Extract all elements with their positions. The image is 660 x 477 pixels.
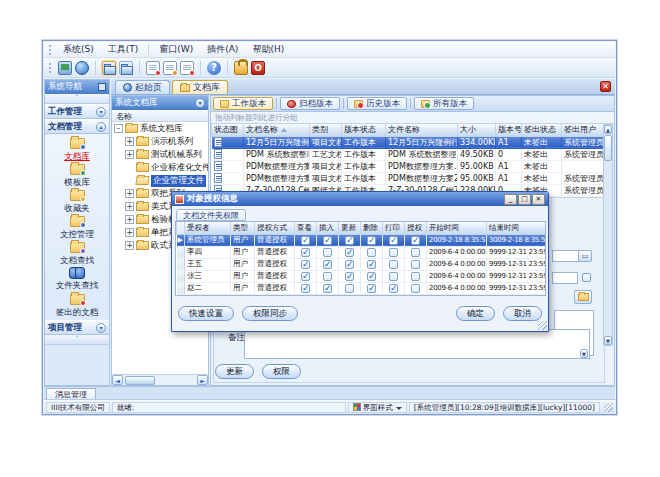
perm-print-checkbox[interactable] bbox=[389, 260, 398, 269]
ok-button[interactable]: 确定 bbox=[456, 306, 495, 321]
perm-delete-checkbox[interactable] bbox=[367, 284, 376, 293]
perm-update-checkbox[interactable] bbox=[345, 236, 354, 245]
sidebar-item-template-library[interactable]: 模板库 bbox=[45, 163, 109, 189]
permission-row[interactable]: 李四用户普通授权 2009-6-4 0:00:009999-12-31 23:5… bbox=[177, 246, 546, 258]
drag-grip[interactable] bbox=[49, 45, 52, 55]
perm-insert-checkbox[interactable] bbox=[323, 272, 332, 281]
cancel-button[interactable]: 取消 bbox=[503, 306, 542, 321]
maximize-icon[interactable]: □ bbox=[518, 194, 531, 205]
menu-tools[interactable]: 工具(T) bbox=[102, 42, 145, 57]
section-document-management[interactable]: 文档管理 ▴ bbox=[45, 119, 109, 134]
vertical-scrollbar[interactable]: ▲ ▼ bbox=[603, 124, 613, 346]
table-row[interactable]: PDM数据整理方案2.doc项目文档工作版本 PDM数据整理方案2.doc95.… bbox=[212, 172, 606, 184]
help-icon[interactable] bbox=[207, 61, 221, 75]
column-header[interactable]: 状态图 bbox=[212, 124, 244, 136]
expand-icon[interactable] bbox=[125, 241, 134, 250]
sidebar-item-favorites[interactable]: 收藏夹 bbox=[45, 189, 109, 215]
table-row-selected[interactable]: 12月5日万兴隆例行...项目文档工作版本 12月5日万兴隆例行...334.0… bbox=[212, 136, 606, 148]
column-header[interactable]: 开始时间 bbox=[427, 222, 487, 234]
sidebar-item-doc-search[interactable]: 文档查找 bbox=[45, 241, 109, 267]
scroll-up-icon[interactable]: ▲ bbox=[604, 125, 612, 134]
column-header-sorted[interactable]: 文档名称 bbox=[244, 124, 310, 136]
expand-icon[interactable] bbox=[125, 189, 134, 198]
tree-node[interactable]: 企业标准化文件 bbox=[112, 161, 208, 174]
column-header[interactable]: 类型 bbox=[231, 222, 255, 234]
perm-view-checkbox[interactable] bbox=[301, 248, 310, 257]
scroll-thumb[interactable] bbox=[604, 135, 612, 161]
column-header[interactable]: 版本状态 bbox=[342, 124, 386, 136]
doc-remove-icon[interactable] bbox=[180, 61, 194, 75]
chevron-down-icon[interactable]: ▾ bbox=[96, 107, 106, 117]
perm-view-checkbox[interactable] bbox=[301, 236, 310, 245]
perm-update-checkbox[interactable] bbox=[345, 260, 354, 269]
permission-button[interactable]: 权限 bbox=[262, 364, 301, 379]
perm-grant-checkbox[interactable] bbox=[411, 272, 420, 281]
expand-icon[interactable] bbox=[125, 150, 134, 159]
perm-view-checkbox[interactable] bbox=[301, 284, 310, 293]
row-selector[interactable] bbox=[177, 258, 185, 270]
update-button[interactable]: 更新 bbox=[215, 364, 254, 379]
column-header[interactable]: 删除 bbox=[361, 222, 383, 234]
tab-all-versions[interactable]: 所有版本 bbox=[414, 97, 474, 110]
permission-row[interactable]: 王五用户普通授权 2009-6-4 0:00:009999-12-31 23:5… bbox=[177, 258, 546, 270]
horizontal-scrollbar[interactable]: ◄ ► bbox=[112, 374, 208, 385]
row-selector[interactable] bbox=[177, 246, 185, 258]
scroll-down-icon[interactable]: ▼ bbox=[580, 349, 588, 358]
detail-field[interactable] bbox=[552, 272, 578, 284]
perm-grant-checkbox[interactable] bbox=[411, 284, 420, 293]
dialog-tab-folder-permissions[interactable]: 文档文件夹权限 bbox=[176, 209, 246, 221]
column-header[interactable]: 文件名称 bbox=[386, 124, 458, 136]
perm-print-checkbox[interactable] bbox=[389, 248, 398, 257]
chevron-down-icon[interactable]: ▾ bbox=[96, 323, 106, 333]
perm-grant-checkbox[interactable] bbox=[411, 260, 420, 269]
perm-insert-checkbox[interactable] bbox=[323, 284, 332, 293]
permission-row[interactable]: 赵二用户普通授权 2009-6-4 0:00:009999-12-31 23:5… bbox=[177, 282, 546, 294]
column-header[interactable]: 类别 bbox=[310, 124, 342, 136]
minimize-icon[interactable]: _ bbox=[504, 194, 517, 205]
sidebar-item-folder-search[interactable]: 文件夹查找 bbox=[45, 267, 109, 293]
scroll-right-icon[interactable]: ► bbox=[197, 375, 208, 385]
quick-setup-button[interactable]: 快速设置 bbox=[178, 306, 234, 321]
row-selector[interactable]: ▶ bbox=[177, 234, 185, 246]
column-header[interactable]: 更新 bbox=[339, 222, 361, 234]
sidebar-item-document-library[interactable]: 文档库 bbox=[45, 137, 109, 163]
perm-view-checkbox[interactable] bbox=[301, 272, 310, 281]
scroll-left-icon[interactable]: ◄ bbox=[112, 375, 123, 385]
section-work-management[interactable]: 工作管理 ▾ bbox=[45, 104, 109, 119]
ellipsis-button[interactable]: ▭ bbox=[578, 250, 592, 262]
resize-grip[interactable] bbox=[538, 321, 547, 330]
column-header[interactable]: 授权方式 bbox=[255, 222, 295, 234]
tree-node[interactable]: 演示机系列 bbox=[112, 135, 208, 148]
doc-add-icon[interactable] bbox=[146, 61, 160, 75]
open-library-icon[interactable] bbox=[102, 61, 116, 75]
perm-delete-checkbox[interactable] bbox=[367, 248, 376, 257]
tab-archived-version[interactable]: 归档版本 bbox=[280, 97, 340, 110]
tree-node[interactable]: 系统文档库 bbox=[112, 122, 208, 135]
group-by-bar[interactable]: 拖动列标题到此进行分组 bbox=[211, 112, 614, 124]
chevron-up-icon[interactable]: ▴ bbox=[96, 122, 106, 132]
scroll-down-icon[interactable]: ▼ bbox=[604, 336, 612, 345]
table-row[interactable]: PDM 系统数据整理检...工艺文档工作版本 PDM 系统数据整理...49.5… bbox=[212, 148, 606, 160]
menu-system[interactable]: 系统(S) bbox=[57, 42, 100, 57]
perm-update-checkbox[interactable] bbox=[345, 272, 354, 281]
column-header[interactable]: 受权者 bbox=[185, 222, 231, 234]
tab-document-library[interactable]: 文档库 bbox=[172, 80, 228, 94]
perm-delete-checkbox[interactable] bbox=[367, 236, 376, 245]
tree-options-icon[interactable]: ▾ bbox=[195, 98, 205, 108]
expand-icon[interactable] bbox=[125, 228, 134, 237]
sidebar-item-doc-control[interactable]: 文控管理 bbox=[45, 215, 109, 241]
perm-print-checkbox[interactable] bbox=[389, 272, 398, 281]
menu-plugins[interactable]: 插件(A) bbox=[201, 42, 244, 57]
pin-icon[interactable] bbox=[98, 83, 106, 91]
tree-node-selected[interactable]: 企业管理文件 bbox=[112, 174, 208, 187]
system-monitor-icon[interactable] bbox=[58, 61, 72, 75]
column-header[interactable]: 打印 bbox=[383, 222, 405, 234]
perm-update-checkbox[interactable] bbox=[345, 248, 354, 257]
nav-scroll-up[interactable]: ˄ bbox=[45, 94, 109, 104]
row-selector[interactable] bbox=[177, 282, 185, 294]
perm-grant-checkbox[interactable] bbox=[411, 248, 420, 257]
tree-column-header[interactable]: 名称 bbox=[112, 110, 208, 122]
perm-insert-checkbox[interactable] bbox=[323, 236, 332, 245]
column-header[interactable]: 插入 bbox=[317, 222, 339, 234]
column-header[interactable]: 签出状态 bbox=[522, 124, 562, 136]
